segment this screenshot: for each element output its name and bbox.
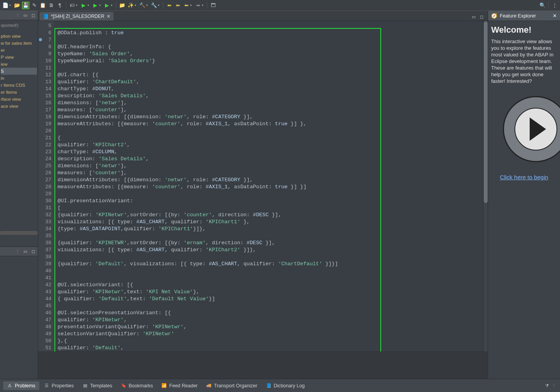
vertical-scrollbar[interactable] xyxy=(483,21,488,352)
feature-explorer: 🧭 Feature Explorer ✕ Welcome! This inter… xyxy=(488,11,560,379)
tree-item[interactable]: ace view xyxy=(1,103,37,110)
dropdown-icon[interactable]: ▾ xyxy=(146,4,149,7)
tab-label: Dictionary Log xyxy=(274,383,305,388)
editor-tab[interactable]: 📘 *[S4H] ZI_SALESORDER ✕ xyxy=(40,12,114,21)
tree-item[interactable]: ption view xyxy=(1,33,37,40)
run-icon[interactable]: ▶ xyxy=(80,2,88,9)
tree-item[interactable]: rface view xyxy=(1,96,37,103)
runext-icon[interactable]: ▶ xyxy=(103,2,111,9)
dropdown-icon[interactable]: ▾ xyxy=(76,4,79,7)
bottom-tab-bookmarks[interactable]: 🔖Bookmarks xyxy=(117,382,157,390)
dropdown-icon[interactable]: ▾ xyxy=(88,4,91,7)
close-icon[interactable]: ✕ xyxy=(107,14,110,19)
tree-item[interactable]: iew xyxy=(1,61,37,68)
view-menu-icon[interactable]: ⋮ xyxy=(14,12,21,19)
feature-icon: 🧭 xyxy=(491,13,497,19)
folder-icon[interactable]: 📁 xyxy=(118,2,126,9)
minimize-icon[interactable]: ▭ xyxy=(22,248,28,255)
editor-pane: 📘 *[S4H] ZI_SALESORDER ✕ ▭ ◻ 56789101112… xyxy=(38,11,488,379)
tree-item[interactable]: er xyxy=(1,47,37,54)
build2-icon[interactable]: 🔧 xyxy=(150,2,158,9)
debug-icon[interactable]: ▶ xyxy=(91,2,99,9)
minimize-icon[interactable]: ▭ xyxy=(22,12,28,19)
explorer-tree[interactable]: sported!)ption vieww for sales itemerP v… xyxy=(0,20,38,229)
new-icon[interactable]: 📄 xyxy=(2,2,9,9)
paragraph-icon[interactable]: ¶ xyxy=(56,2,64,9)
close-icon[interactable]: ✕ xyxy=(553,13,557,19)
bottom-tab-properties[interactable]: ☰Properties xyxy=(40,382,78,390)
view-menu-icon[interactable]: ⋮ xyxy=(551,383,557,389)
view-menu-icon[interactable]: ⋮ xyxy=(14,248,21,255)
bottom-tab-feed-reader[interactable]: 📶Feed Reader xyxy=(158,382,201,390)
wand-icon[interactable]: ✨ xyxy=(127,2,135,9)
tab-icon: ☰ xyxy=(44,383,49,388)
separator xyxy=(66,2,66,9)
save-icon[interactable]: 💾 xyxy=(22,2,30,9)
back2-icon[interactable]: ⬅ xyxy=(174,2,182,9)
dropdown-icon[interactable]: ▾ xyxy=(99,4,102,7)
tab-icon: 🔖 xyxy=(121,383,126,388)
welcome-body: This interactive view allows you to expl… xyxy=(491,38,557,84)
tree-item[interactable]: w for sales item xyxy=(1,40,37,47)
tab-label: Feed Reader xyxy=(169,383,198,388)
tab-icon: 📘 xyxy=(266,383,271,388)
tab-label: Bookmarks xyxy=(129,383,153,388)
saveall-icon[interactable]: ✎ xyxy=(30,2,38,9)
welcome-heading: Welcome! xyxy=(491,25,557,35)
editor-tabbar: 📘 *[S4H] ZI_SALESORDER ✕ ▭ ◻ xyxy=(38,11,488,21)
minimize-icon[interactable]: ▭ xyxy=(471,14,477,20)
code-area[interactable]: @OData.publish : true @UI.headerInfo: { … xyxy=(54,21,483,352)
tree-item[interactable]: S xyxy=(1,68,37,75)
perspective-icon[interactable]: 🗔 xyxy=(209,2,217,9)
dropdown-icon[interactable]: ▾ xyxy=(111,4,114,7)
main-toolbar: 📄▾ 📂 💾 ✎ 📋 🗎 ¶ 🏷▾ ▶▾ ▶▾ ▶▾ 📁 ✨▾ 🔨▾ 🔧▾ ⬅ … xyxy=(0,0,560,11)
maximize-icon[interactable]: ◻ xyxy=(30,12,36,19)
code-editor[interactable]: 5678910111213141516171819202122232425262… xyxy=(38,21,488,352)
bottom-tab-problems[interactable]: ⚠Problems xyxy=(3,382,39,390)
separator xyxy=(548,2,549,9)
dropdown-icon[interactable]: ▾ xyxy=(158,4,161,7)
copy-icon[interactable]: 📋 xyxy=(39,2,47,9)
begin-link[interactable]: Click here to begin xyxy=(491,174,557,180)
bottom-tabbar: ⚠Problems☰Properties▤Templates🔖Bookmarks… xyxy=(0,379,560,392)
feature-explorer-tab[interactable]: 🧭 Feature Explorer ✕ xyxy=(488,11,560,21)
separator xyxy=(116,2,116,9)
bottom-tab-transport-organizer[interactable]: 🚚Transport Organizer xyxy=(202,382,261,390)
separator xyxy=(207,2,207,9)
open-icon[interactable]: 📂 xyxy=(13,2,21,9)
tree-item[interactable]: P view xyxy=(1,54,37,61)
back3-icon[interactable]: ⬅ xyxy=(182,2,190,9)
dropdown-icon[interactable]: ▾ xyxy=(202,4,205,7)
tab-label: Templates xyxy=(90,383,112,388)
dropdown-icon[interactable]: ▾ xyxy=(9,4,12,7)
dropdown-icon[interactable]: ▾ xyxy=(135,4,138,7)
separator xyxy=(163,2,163,9)
play-button[interactable] xyxy=(503,96,560,162)
maximize-icon[interactable]: ◻ xyxy=(30,248,36,255)
tab-icon: ▤ xyxy=(82,383,88,388)
tree-item[interactable]: in xyxy=(1,75,37,82)
feature-tab-label: Feature Explorer xyxy=(500,13,536,19)
bottom-tab-templates[interactable]: ▤Templates xyxy=(79,382,116,390)
back-icon[interactable]: ⬅ xyxy=(165,2,173,9)
tree-item[interactable]: er Items xyxy=(1,89,37,96)
dropdown-icon[interactable]: ▾ xyxy=(190,4,193,7)
tab-label: Transport Organizer xyxy=(214,383,257,388)
menu-icon[interactable]: ⋮ xyxy=(551,2,558,9)
build-icon[interactable]: 🔨 xyxy=(138,2,146,9)
maximize-icon[interactable]: ◻ xyxy=(478,14,485,20)
line-gutter: 5678910111213141516171819202122232425262… xyxy=(38,21,54,352)
tree-item[interactable]: r Items CDS xyxy=(1,82,37,89)
tab-title: *[S4H] ZI_SALESORDER xyxy=(51,14,104,19)
tag-icon[interactable]: 🏷 xyxy=(68,2,76,9)
tab-icon: ⚠ xyxy=(7,383,12,388)
forward-icon[interactable]: ➡ xyxy=(194,2,202,9)
doc-icon[interactable]: 🗎 xyxy=(47,2,55,9)
tree-item[interactable]: sported!) xyxy=(1,22,37,29)
welcome-panel: Welcome! This interactive view allows yo… xyxy=(488,21,560,184)
bottom-tab-dictionary-log[interactable]: 📘Dictionary Log xyxy=(262,382,309,390)
search-icon[interactable]: 🔍 xyxy=(539,2,546,9)
file-icon: 📘 xyxy=(43,14,49,19)
horizontal-scrollbar[interactable] xyxy=(0,231,38,235)
filter-icon[interactable]: ⧩ xyxy=(544,383,550,389)
